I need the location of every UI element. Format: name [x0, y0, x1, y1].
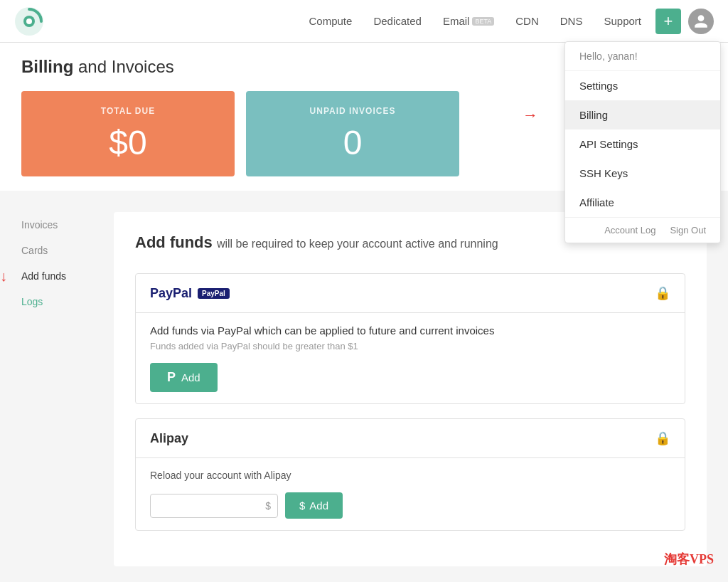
- alipay-input-row: $ $ Add: [150, 492, 670, 519]
- header-actions: + ↑: [655, 9, 714, 34]
- dropdown-affiliate[interactable]: Affiliate: [565, 188, 720, 217]
- paypal-body: Add funds via PayPal which can be applie…: [136, 313, 685, 403]
- sidebar-item-add-funds[interactable]: Add funds: [21, 270, 114, 282]
- nav-compute[interactable]: Compute: [309, 15, 353, 27]
- paypal-name: PayPal: [150, 286, 192, 301]
- user-dropdown: Hello, yanan! Settings → Billing API Set…: [564, 41, 721, 243]
- paypal-lock-icon: 🔒: [655, 285, 670, 301]
- sidebar-item-invoices[interactable]: Invoices: [21, 219, 114, 231]
- dropdown-api-settings[interactable]: API Settings: [565, 129, 720, 159]
- header: Compute Dedicated EmailBETA CDN DNS Supp…: [0, 0, 728, 43]
- alipay-body: Reload your account with Alipay $ $ Add: [136, 458, 685, 530]
- add-funds-arrow: ↓: [0, 268, 7, 285]
- total-due-value: $0: [109, 123, 146, 162]
- sidebar-item-logs[interactable]: Logs: [21, 296, 114, 307]
- paypal-option: PayPal PayPal 🔒 Add funds via PayPal whi…: [135, 273, 685, 404]
- dropdown-footer: Account Log Sign Out: [565, 217, 720, 243]
- paypal-description: Add funds via PayPal which can be applie…: [150, 324, 670, 337]
- alipay-input-wrap: $: [150, 494, 278, 518]
- sign-out-link[interactable]: Sign Out: [670, 225, 706, 236]
- watermark: 淘客VPS: [664, 551, 714, 566]
- sidebar-item-cards[interactable]: Cards: [21, 245, 114, 256]
- user-avatar[interactable]: ↑: [688, 9, 714, 34]
- billing-arrow: →: [523, 106, 538, 125]
- total-due-card: TOTAL DUE $0: [21, 91, 235, 176]
- dropdown-ssh-keys[interactable]: SSH Keys: [565, 159, 720, 188]
- alipay-amount-input[interactable]: [150, 494, 278, 518]
- alipay-lock-icon: 🔒: [655, 430, 670, 446]
- dropdown-settings[interactable]: Settings: [565, 71, 720, 100]
- dollar-sign: $: [265, 500, 271, 512]
- paypal-header: PayPal PayPal 🔒: [136, 274, 685, 313]
- dropdown-billing[interactable]: → Billing: [565, 100, 720, 129]
- nav-support[interactable]: Support: [604, 15, 641, 27]
- main-layout: Invoices Cards ↓ Add funds Logs Add fund…: [0, 191, 728, 566]
- nav-cdn[interactable]: CDN: [515, 15, 539, 27]
- paypal-add-button[interactable]: P Add: [150, 363, 218, 392]
- svg-point-2: [26, 18, 32, 24]
- alipay-option: Alipay 🔒 Reload your account with Alipay…: [135, 418, 685, 531]
- sidebar: Invoices Cards ↓ Add funds Logs: [21, 212, 114, 566]
- nav-dedicated[interactable]: Dedicated: [373, 15, 422, 27]
- unpaid-invoices-label: UNPAID INVOICES: [310, 106, 396, 116]
- avatar-arrow: ↑: [701, 0, 720, 4]
- unpaid-invoices-value: 0: [343, 123, 363, 162]
- main-nav: Compute Dedicated EmailBETA CDN DNS Supp…: [309, 15, 642, 27]
- add-button[interactable]: +: [655, 9, 681, 34]
- sidebar-add-funds-wrapper: ↓ Add funds: [21, 270, 114, 282]
- alipay-description: Reload your account with Alipay: [150, 470, 670, 481]
- alipay-header: Alipay 🔒: [136, 419, 685, 458]
- alipay-name: Alipay: [150, 431, 188, 446]
- unpaid-invoices-card: UNPAID INVOICES 0: [246, 91, 459, 176]
- alipay-add-button[interactable]: $ Add: [285, 492, 343, 519]
- paypal-logo: PayPal PayPal: [150, 286, 230, 301]
- main-area: Add funds will be required to keep your …: [114, 212, 707, 566]
- dollar-icon: $: [299, 499, 305, 512]
- total-due-label: TOTAL DUE: [101, 106, 155, 116]
- paypal-badge: PayPal: [198, 288, 230, 299]
- nav-dns[interactable]: DNS: [560, 15, 583, 27]
- logo[interactable]: [14, 6, 44, 36]
- dropdown-greeting: Hello, yanan!: [565, 42, 720, 71]
- account-log-link[interactable]: Account Log: [604, 225, 655, 236]
- nav-email[interactable]: EmailBETA: [443, 15, 494, 27]
- beta-badge: BETA: [472, 17, 494, 26]
- billing-label: Billing: [579, 109, 608, 121]
- paypal-note: Funds added via PayPal should be greater…: [150, 341, 670, 351]
- paypal-icon: P: [167, 370, 176, 385]
